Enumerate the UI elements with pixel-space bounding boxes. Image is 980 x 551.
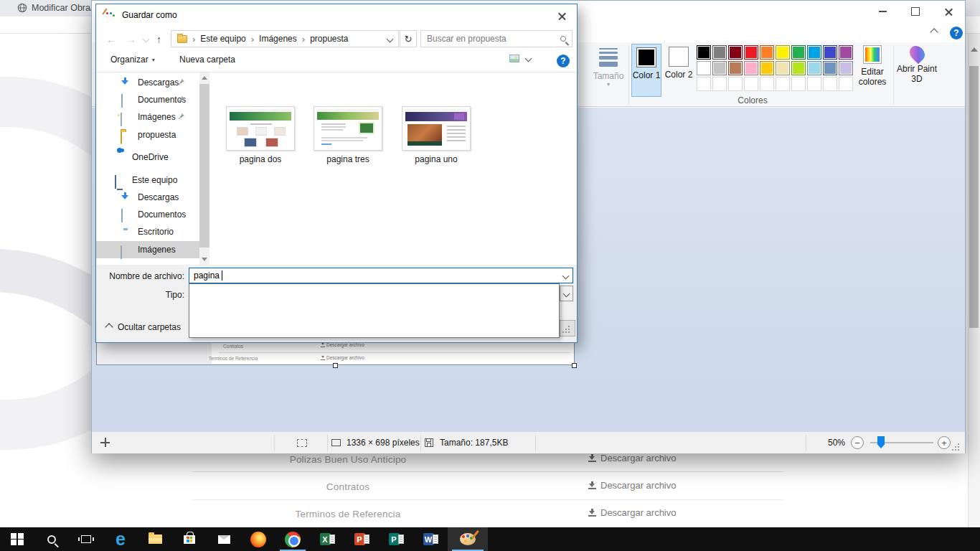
- scrollbar-up-icon[interactable]: [971, 47, 978, 52]
- taskbar-chrome[interactable]: [275, 527, 310, 551]
- palette-swatch-empty[interactable]: [807, 77, 821, 91]
- organize-button[interactable]: Organizar▾: [110, 55, 155, 65]
- recent-locations-icon[interactable]: [143, 36, 150, 43]
- sidebar-item-descargas[interactable]: Descargas: [96, 74, 199, 91]
- filename-input[interactable]: pagina: [189, 268, 573, 283]
- taskbar-store[interactable]: [172, 527, 207, 551]
- breadcrumb[interactable]: › Este equipo › Imágenes › propuesta: [171, 30, 399, 47]
- maximize-button[interactable]: [899, 1, 932, 22]
- palette-swatch[interactable]: [823, 45, 837, 60]
- download-link[interactable]: Descargar archivo: [588, 507, 677, 518]
- start-button[interactable]: [0, 527, 34, 551]
- palette-swatch[interactable]: [728, 61, 743, 75]
- taskbar-file-explorer[interactable]: [138, 527, 172, 551]
- open-paint3d-button[interactable]: Abrir Paint 3D: [896, 45, 938, 84]
- palette-swatch-empty[interactable]: [697, 77, 711, 91]
- sidebar-item-imagenes-pc[interactable]: Imágenes: [96, 241, 199, 258]
- sidebar-item-imagenes[interactable]: Imágenes: [96, 108, 199, 126]
- chevron-down-icon[interactable]: [562, 272, 570, 279]
- collapse-ribbon-button[interactable]: [931, 29, 937, 35]
- taskbar-powerpoint[interactable]: P: [344, 527, 379, 551]
- palette-swatch[interactable]: [712, 45, 727, 60]
- sidebar-item-escritorio[interactable]: Escritorio: [96, 223, 199, 240]
- taskbar-word[interactable]: W: [413, 527, 448, 551]
- file-item-pagina-uno[interactable]: pagina uno: [393, 106, 479, 164]
- help-button[interactable]: ?: [950, 27, 963, 39]
- hide-folders-button[interactable]: Ocultar carpetas: [106, 322, 181, 332]
- scroll-up-icon[interactable]: [202, 76, 207, 80]
- palette-swatch[interactable]: [697, 45, 711, 60]
- canvas-resize-handle[interactable]: [333, 363, 338, 368]
- taskbar-search-button[interactable]: [34, 527, 69, 551]
- palette-swatch-empty[interactable]: [760, 77, 774, 91]
- filename-autocomplete-dropdown[interactable]: [189, 283, 560, 338]
- sidebar-item-propuesta[interactable]: propuesta: [96, 126, 199, 143]
- palette-swatch-empty[interactable]: [791, 77, 806, 91]
- scrollbar-thumb[interactable]: [969, 66, 979, 328]
- canvas-resize-handle[interactable]: [572, 363, 577, 368]
- sidebar-item-documentos-pc[interactable]: Documentos: [96, 206, 199, 223]
- zoom-slider-thumb[interactable]: [877, 436, 885, 448]
- palette-swatch[interactable]: [791, 45, 806, 60]
- palette-swatch[interactable]: [807, 45, 821, 60]
- views-button[interactable]: [509, 55, 531, 62]
- palette-swatch[interactable]: [728, 45, 743, 60]
- sidebar-scrollbar[interactable]: [199, 72, 209, 265]
- dialog-resize-grip[interactable]: [568, 331, 570, 333]
- taskbar-excel[interactable]: X: [310, 527, 344, 551]
- minimize-button[interactable]: [866, 1, 899, 22]
- taskbar-edge[interactable]: e: [103, 527, 138, 551]
- sidebar-item-documentos[interactable]: Documentos: [96, 91, 199, 108]
- breadcrumb-item[interactable]: Este equipo: [200, 34, 245, 44]
- refresh-button[interactable]: ↻: [400, 30, 417, 47]
- cancel-button-edge[interactable]: [560, 320, 575, 336]
- file-item-pagina-tres[interactable]: pagina tres: [305, 106, 391, 164]
- scrollbar-thumb[interactable]: [199, 84, 209, 248]
- breadcrumb-item[interactable]: Imágenes: [259, 34, 297, 44]
- palette-swatch[interactable]: [760, 45, 774, 60]
- taskbar-paint[interactable]: [448, 527, 488, 551]
- sidebar-item-este-equipo[interactable]: Este equipo: [96, 171, 199, 189]
- palette-swatch[interactable]: [760, 61, 774, 75]
- taskbar-publisher[interactable]: P: [379, 527, 413, 551]
- file-item-pagina-dos[interactable]: pagina dos: [217, 106, 303, 164]
- palette-swatch[interactable]: [712, 61, 727, 75]
- sidebar-item-onedrive[interactable]: OneDrive: [96, 149, 199, 166]
- search-icon[interactable]: [560, 36, 566, 42]
- download-link[interactable]: Descargar archivo: [588, 480, 677, 491]
- zoom-in-button[interactable]: +: [938, 436, 951, 449]
- palette-swatch-empty[interactable]: [839, 77, 853, 91]
- palette-swatch-empty[interactable]: [776, 77, 790, 91]
- palette-swatch[interactable]: [776, 45, 790, 60]
- filetype-dropdown-button[interactable]: [560, 286, 573, 301]
- palette-swatch[interactable]: [839, 45, 853, 60]
- palette-swatch[interactable]: [776, 61, 790, 75]
- palette-swatch[interactable]: [697, 61, 711, 75]
- resize-grip-icon[interactable]: [958, 449, 959, 451]
- palette-swatch[interactable]: [823, 61, 837, 75]
- sidebar-item-descargas-pc[interactable]: Descargas: [96, 189, 199, 206]
- taskbar-mail[interactable]: [207, 527, 241, 551]
- palette-swatch[interactable]: [744, 45, 758, 60]
- taskbar-firefox[interactable]: [241, 527, 275, 551]
- palette-swatch[interactable]: [791, 61, 806, 75]
- forward-icon[interactable]: →: [126, 34, 136, 45]
- size-button[interactable]: Tamaño ▾: [591, 44, 626, 88]
- download-link[interactable]: Descargar archivo: [588, 453, 677, 463]
- up-icon[interactable]: ↑: [156, 34, 161, 45]
- new-folder-button[interactable]: Nueva carpeta: [179, 55, 235, 65]
- dialog-close-button[interactable]: [545, 5, 578, 27]
- palette-swatch[interactable]: [807, 61, 821, 75]
- back-icon[interactable]: ←: [106, 34, 116, 45]
- dialog-help-button[interactable]: ?: [557, 55, 570, 67]
- palette-swatch-empty[interactable]: [823, 77, 837, 91]
- chevron-down-icon[interactable]: [387, 35, 394, 42]
- edit-colors-button[interactable]: Editar colores: [854, 45, 890, 87]
- scroll-down-icon[interactable]: [202, 258, 207, 261]
- palette-swatch-empty[interactable]: [744, 77, 758, 91]
- color1-button[interactable]: Color 1: [631, 44, 661, 97]
- browser-tab-title[interactable]: Modificar Obra/: [32, 3, 93, 13]
- palette-swatch-empty[interactable]: [712, 77, 727, 91]
- color2-button[interactable]: Color 2: [664, 44, 694, 97]
- zoom-out-button[interactable]: −: [851, 436, 864, 449]
